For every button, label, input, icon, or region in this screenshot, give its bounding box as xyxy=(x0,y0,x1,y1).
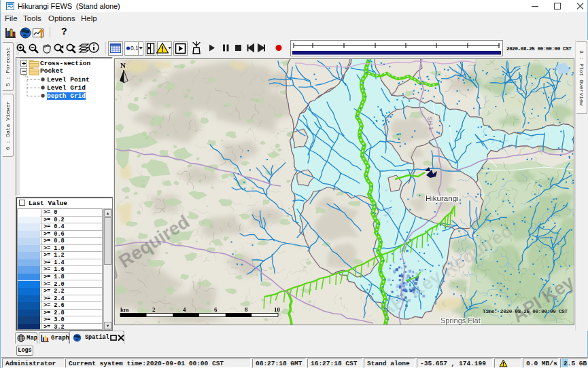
svg-text:Time: 2020-08-25 00:00:00 CST: Time: 2020-08-25 00:00:00 CST xyxy=(483,309,568,314)
svg-text:Hikurangi: Hikurangi xyxy=(426,194,459,202)
svg-text:N: N xyxy=(120,61,126,69)
svg-text:2: 2 xyxy=(152,306,156,313)
svg-text:10: 10 xyxy=(274,306,281,313)
svg-text:8: 8 xyxy=(245,306,248,313)
svg-text:2020-08-25 00:00:00 CST: 2020-08-25 00:00:00 CST xyxy=(506,46,572,52)
svg-text:0.1: 0.1 xyxy=(131,45,139,52)
svg-text:4: 4 xyxy=(183,306,186,313)
svg-text:km: km xyxy=(120,306,129,313)
svg-text:6: 6 xyxy=(214,306,218,313)
svg-text:Springs Flat: Springs Flat xyxy=(440,316,481,325)
